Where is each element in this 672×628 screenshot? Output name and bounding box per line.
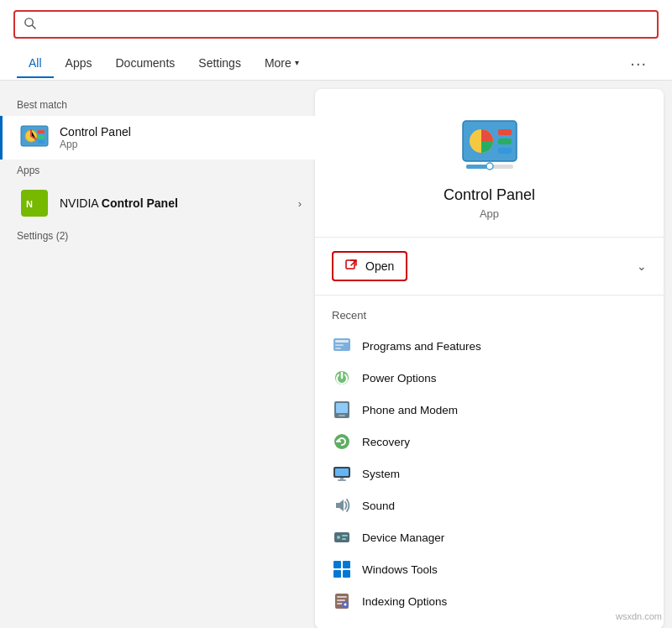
recent-item-sound[interactable]: Sound [332, 489, 647, 521]
best-match-label: Best match [0, 94, 315, 116]
svg-rect-6 [38, 130, 45, 133]
device-manager-icon [332, 527, 352, 547]
app-big-icon [459, 114, 520, 175]
tab-more[interactable]: More ▾ [253, 50, 311, 78]
nvidia-item-name: NVIDIA Control Panel [60, 196, 178, 210]
tab-documents[interactable]: Documents [103, 50, 186, 78]
nvidia-icon: N [19, 188, 50, 218]
sound-icon [332, 495, 352, 515]
app-title: Control Panel [444, 186, 535, 204]
svg-rect-15 [498, 139, 512, 144]
svg-point-19 [486, 163, 493, 170]
control-panel-icon [19, 123, 50, 153]
recent-item-phone[interactable]: Phone and Modem [332, 394, 647, 426]
recovery-label: Recovery [362, 436, 410, 448]
svg-rect-39 [342, 538, 346, 540]
arrow-icon: › [298, 197, 302, 210]
svg-rect-36 [334, 532, 349, 542]
open-link-icon [345, 258, 359, 275]
device-manager-label: Device Manager [362, 531, 444, 544]
expand-chevron-icon[interactable]: ⌄ [637, 259, 647, 273]
app-type: App [480, 207, 499, 220]
recovery-icon [332, 432, 352, 452]
recent-item-recovery[interactable]: Recovery [332, 426, 647, 458]
best-match-item[interactable]: Control Panel App [0, 116, 315, 160]
svg-rect-29 [339, 415, 345, 416]
svg-rect-43 [343, 570, 350, 578]
svg-rect-41 [343, 561, 350, 568]
left-panel: Best match Control Panel App [0, 81, 315, 628]
tabs-bar: All Apps Documents Settings More ▾ ··· [13, 47, 659, 80]
svg-rect-23 [335, 340, 349, 343]
svg-rect-25 [335, 348, 341, 349]
phone-icon [332, 400, 352, 420]
recent-item-indexing[interactable]: Indexing Options [332, 585, 647, 617]
programs-label: Programs and Features [362, 340, 481, 353]
system-label: System [362, 468, 400, 480]
tab-settings[interactable]: Settings [186, 50, 253, 78]
svg-rect-14 [498, 129, 512, 135]
tab-apps[interactable]: Apps [54, 50, 104, 78]
svg-rect-34 [340, 478, 344, 480]
search-bar[interactable]: control Panel [13, 10, 659, 39]
sound-label: Sound [362, 500, 395, 512]
best-match-type: App [60, 139, 131, 150]
svg-rect-42 [333, 570, 341, 578]
programs-icon [332, 336, 352, 356]
svg-rect-20 [346, 260, 354, 269]
apps-section-label: Apps [0, 160, 315, 181]
settings-label: Settings (2) [0, 225, 315, 247]
more-options-button[interactable]: ··· [622, 47, 655, 80]
svg-rect-38 [342, 535, 348, 536]
open-section: Open ⌄ [315, 238, 664, 296]
svg-rect-8 [38, 140, 45, 144]
windows-tools-label: Windows Tools [362, 563, 438, 576]
svg-marker-35 [336, 500, 344, 511]
svg-line-21 [351, 260, 356, 265]
tab-all[interactable]: All [17, 50, 54, 78]
right-panel: Control Panel App Open ⌄ Recent [315, 89, 664, 628]
recent-item-system[interactable]: System [332, 458, 647, 489]
power-icon [332, 368, 352, 388]
svg-point-37 [337, 536, 340, 539]
svg-rect-40 [333, 561, 341, 568]
app-detail-header: Control Panel App [315, 89, 664, 238]
open-label: Open [365, 259, 394, 273]
svg-rect-32 [335, 468, 349, 476]
svg-line-1 [32, 25, 35, 29]
search-icon [24, 17, 36, 32]
chevron-down-icon: ▾ [295, 58, 299, 67]
watermark: wsxdn.com [616, 611, 662, 621]
svg-text:N: N [26, 199, 33, 209]
svg-rect-24 [335, 344, 344, 346]
system-icon [332, 463, 352, 484]
svg-rect-16 [498, 148, 512, 154]
search-input[interactable]: control Panel [43, 18, 648, 31]
recent-section: Recent Programs and Features [315, 296, 664, 628]
best-match-name: Control Panel [60, 125, 131, 139]
recent-label: Recent [332, 309, 647, 322]
indexing-label: Indexing Options [362, 595, 447, 608]
svg-rect-28 [336, 403, 348, 413]
svg-rect-46 [337, 599, 345, 601]
svg-rect-7 [38, 135, 45, 139]
nvidia-item[interactable]: N NVIDIA Control Panel › [0, 181, 315, 225]
recent-item-power[interactable]: Power Options [332, 362, 647, 394]
svg-rect-45 [337, 596, 347, 598]
indexing-icon [332, 591, 352, 611]
recent-item-device[interactable]: Device Manager [332, 521, 647, 553]
phone-label: Phone and Modem [362, 404, 458, 416]
recent-item-wintools[interactable]: Windows Tools [332, 553, 647, 585]
open-button[interactable]: Open [332, 251, 407, 281]
power-label: Power Options [362, 372, 437, 385]
recent-item-programs[interactable]: Programs and Features [332, 330, 647, 362]
windows-tools-icon [332, 559, 352, 579]
